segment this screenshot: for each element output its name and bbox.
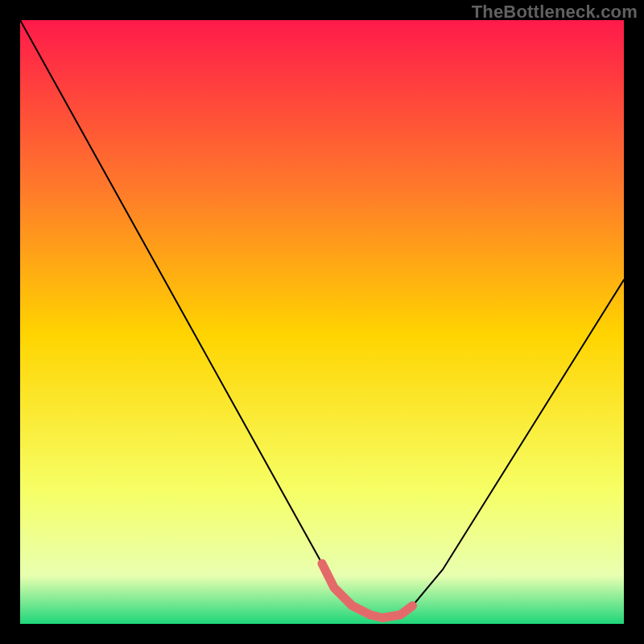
bottleneck-chart — [20, 20, 624, 624]
chart-stage: TheBottleneck.com — [0, 0, 644, 644]
gradient-background — [20, 20, 624, 624]
plot-area — [20, 20, 624, 624]
